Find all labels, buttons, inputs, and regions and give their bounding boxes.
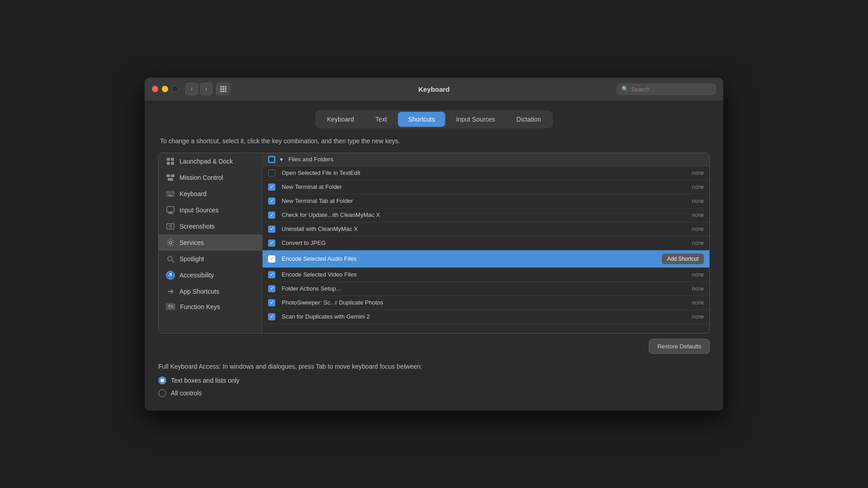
checkbox-open-textedit[interactable] xyxy=(268,169,275,177)
sidebar-label-accessibility: Accessibility xyxy=(179,272,214,279)
tab-text[interactable]: Text xyxy=(365,112,397,127)
tab-keyboard[interactable]: Keyboard xyxy=(316,112,364,127)
sidebar-item-app-shortcuts[interactable]: App Shortcuts xyxy=(159,283,262,300)
checkbox-scan-gemini[interactable]: ✓ xyxy=(268,313,275,320)
search-bar[interactable]: 🔍 xyxy=(617,84,716,95)
sidebar-item-keyboard[interactable]: Keyboard xyxy=(159,186,262,202)
shortcut-row-scan-gemini[interactable]: ✓ Scan for Duplicates with Gemini 2 none xyxy=(263,310,709,324)
section-checkbox[interactable] xyxy=(268,156,275,163)
label-all-controls: All controls xyxy=(171,389,202,397)
checkbox-dash xyxy=(269,157,274,162)
radio-option-all-controls[interactable]: All controls xyxy=(158,389,710,397)
screenshots-icon xyxy=(166,222,175,231)
fn-icon: fn xyxy=(166,303,175,310)
label-new-terminal-tab: New Terminal Tab at Folder xyxy=(282,197,692,204)
svg-rect-3 xyxy=(171,162,174,165)
shortcut-encode-video: none xyxy=(692,272,704,278)
checkbox-folder-actions[interactable]: ✓ xyxy=(268,285,275,292)
sidebar-item-function-keys[interactable]: fn Function Keys xyxy=(159,300,262,314)
checkbox-uninstall-cleanmymac[interactable]: ✓ xyxy=(268,225,275,233)
svg-rect-11 xyxy=(171,192,172,193)
keyboard-icon xyxy=(166,189,175,198)
label-encode-video: Encode Selected Video Files xyxy=(282,271,692,278)
shortcut-row-check-update[interactable]: ✓ Check for Update...ith CleanMyMac X no… xyxy=(263,208,709,222)
restore-defaults-button[interactable]: Restore Defaults xyxy=(649,339,710,354)
svg-rect-5 xyxy=(171,174,175,177)
sidebar-label-input-sources: Input Sources xyxy=(179,206,218,214)
keyboard-access-section: Full Keyboard Access: In windows and dia… xyxy=(158,363,710,397)
spotlight-icon xyxy=(166,254,175,263)
back-button[interactable]: ‹ xyxy=(185,83,198,95)
shortcut-row-new-terminal-folder[interactable]: ✓ New Terminal at Folder none xyxy=(263,180,709,194)
shortcut-list: ▼ Files and Folders Open Selected File i… xyxy=(263,153,709,333)
svg-rect-12 xyxy=(173,192,174,193)
close-button[interactable] xyxy=(152,86,158,92)
search-input[interactable] xyxy=(631,86,711,93)
radio-option-text-boxes[interactable]: Text boxes and lists only xyxy=(158,376,710,385)
svg-rect-18 xyxy=(168,195,173,196)
sidebar-label-services: Services xyxy=(179,239,204,246)
shortcut-folder-actions: none xyxy=(692,286,704,292)
sidebar-item-spotlight[interactable]: Spotlight xyxy=(159,251,262,267)
grid-view-button[interactable] xyxy=(216,83,231,95)
shortcut-row-convert-jpeg[interactable]: ✓ Convert to JPEG none xyxy=(263,236,709,250)
tab-input-sources[interactable]: Input Sources xyxy=(446,112,505,127)
shortcut-uninstall-cleanmymac: none xyxy=(692,226,704,232)
shortcut-photosweeper: none xyxy=(692,300,704,306)
shortcut-row-folder-actions[interactable]: ✓ Folder Actions Setup... none xyxy=(263,282,709,296)
svg-rect-8 xyxy=(167,192,168,193)
sidebar-item-services[interactable]: Services xyxy=(159,235,262,251)
shortcut-row-open-textedit[interactable]: Open Selected File in TextEdit none xyxy=(263,166,709,180)
svg-point-24 xyxy=(170,226,171,227)
label-new-terminal-folder: New Terminal at Folder xyxy=(282,183,692,190)
sidebar-label-launchpad: Launchpad & Dock xyxy=(179,158,233,165)
tab-bar: Keyboard Text Shortcuts Input Sources Di… xyxy=(158,110,710,128)
instruction-text: To change a shortcut, select it, click t… xyxy=(158,137,710,145)
label-convert-jpeg: Convert to JPEG xyxy=(282,239,692,246)
label-folder-actions: Folder Actions Setup... xyxy=(282,285,692,292)
radio-inner-text-boxes xyxy=(160,379,164,382)
forward-button[interactable]: › xyxy=(200,83,212,95)
shortcut-row-encode-audio[interactable]: ✓ Encode Selected Audio Files Add Shortc… xyxy=(263,250,709,268)
svg-rect-4 xyxy=(166,174,170,177)
checkbox-encode-audio[interactable]: ✓ xyxy=(268,255,275,263)
sidebar-label-mission-control: Mission Control xyxy=(179,174,223,181)
app-shortcuts-icon xyxy=(166,287,175,296)
shortcut-row-photosweeper[interactable]: ✓ PhotoSweeper: Sc...r Duplicate Photos … xyxy=(263,296,709,310)
sidebar-item-accessibility[interactable]: ♿ Accessibility xyxy=(159,267,262,283)
checkbox-convert-jpeg[interactable]: ✓ xyxy=(268,239,275,247)
add-shortcut-button[interactable]: Add Shortcut xyxy=(662,253,704,264)
checkbox-encode-video[interactable]: ✓ xyxy=(268,271,275,278)
window-title: Keyboard xyxy=(418,85,449,93)
svg-point-25 xyxy=(169,241,172,244)
shortcut-new-terminal-folder: none xyxy=(692,184,704,190)
sidebar-label-spotlight: Spotlight xyxy=(179,255,204,263)
shortcut-row-encode-video[interactable]: ✓ Encode Selected Video Files none xyxy=(263,268,709,282)
shortcut-check-update: none xyxy=(692,212,704,218)
svg-rect-13 xyxy=(167,193,168,194)
radio-text-boxes[interactable] xyxy=(158,376,166,385)
label-scan-gemini: Scan for Duplicates with Gemini 2 xyxy=(282,313,692,320)
svg-rect-17 xyxy=(173,193,174,194)
shortcut-row-new-terminal-tab[interactable]: ✓ New Terminal Tab at Folder none xyxy=(263,194,709,208)
section-title: Files and Folders xyxy=(288,156,334,163)
tab-dictation[interactable]: Dictation xyxy=(506,112,551,127)
shortcut-row-uninstall-cleanmymac[interactable]: ✓ Uninstall with CleanMyMac X none xyxy=(263,222,709,236)
grid-icon xyxy=(220,86,226,92)
checkbox-check-update[interactable]: ✓ xyxy=(268,211,275,219)
sidebar-item-mission-control[interactable]: Mission Control xyxy=(159,169,262,186)
section-header: ▼ Files and Folders xyxy=(263,153,709,166)
label-photosweeper: PhotoSweeper: Sc...r Duplicate Photos xyxy=(282,299,692,306)
checkbox-new-terminal-tab[interactable]: ✓ xyxy=(268,197,275,205)
sidebar-item-launchpad[interactable]: Launchpad & Dock xyxy=(159,153,262,169)
svg-rect-14 xyxy=(169,193,170,194)
checkbox-new-terminal-folder[interactable]: ✓ xyxy=(268,183,275,191)
maximize-button[interactable] xyxy=(172,86,178,92)
accessibility-icon: ♿ xyxy=(166,271,175,280)
radio-all-controls[interactable] xyxy=(158,389,166,397)
checkbox-photosweeper[interactable]: ✓ xyxy=(268,299,275,306)
sidebar-item-input-sources[interactable]: Input Sources xyxy=(159,202,262,218)
tab-shortcuts[interactable]: Shortcuts xyxy=(398,112,445,127)
minimize-button[interactable] xyxy=(162,86,168,92)
sidebar-item-screenshots[interactable]: Screenshots xyxy=(159,218,262,235)
